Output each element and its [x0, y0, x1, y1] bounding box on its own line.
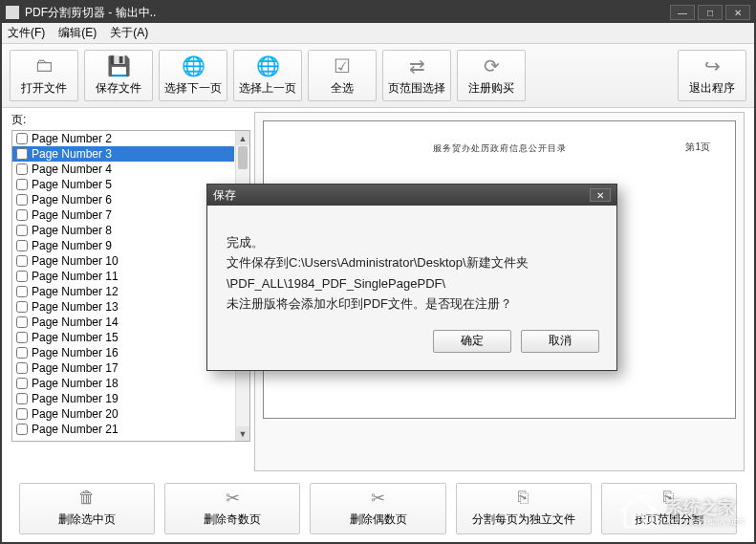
dialog-backdrop: 保存 ✕ 完成。 文件保存到C:\Users\Administrator\Des… [2, 2, 754, 542]
dialog-line1: 完成。 [227, 232, 597, 252]
dialog-cancel-button[interactable]: 取消 [521, 330, 599, 353]
save-dialog: 保存 ✕ 完成。 文件保存到C:\Users\Administrator\Des… [206, 184, 617, 371]
dialog-title-text: 保存 [213, 187, 590, 204]
dialog-ok-button[interactable]: 确定 [433, 330, 511, 353]
dialog-close-button[interactable]: ✕ [590, 188, 611, 202]
dialog-button-row: 确定 取消 [207, 330, 616, 370]
dialog-body: 完成。 文件保存到C:\Users\Administrator\Desktop\… [207, 206, 616, 330]
dialog-line3: \PDF_ALL\1984_PDF_SinglePagePDF\ [227, 273, 597, 294]
dialog-titlebar: 保存 ✕ [207, 185, 616, 206]
dialog-line4: 未注册版将会添加水印到PDF文件。是否现在注册？ [227, 294, 597, 314]
dialog-line2: 文件保存到C:\Users\Administrator\Desktop\新建文件… [227, 252, 597, 272]
